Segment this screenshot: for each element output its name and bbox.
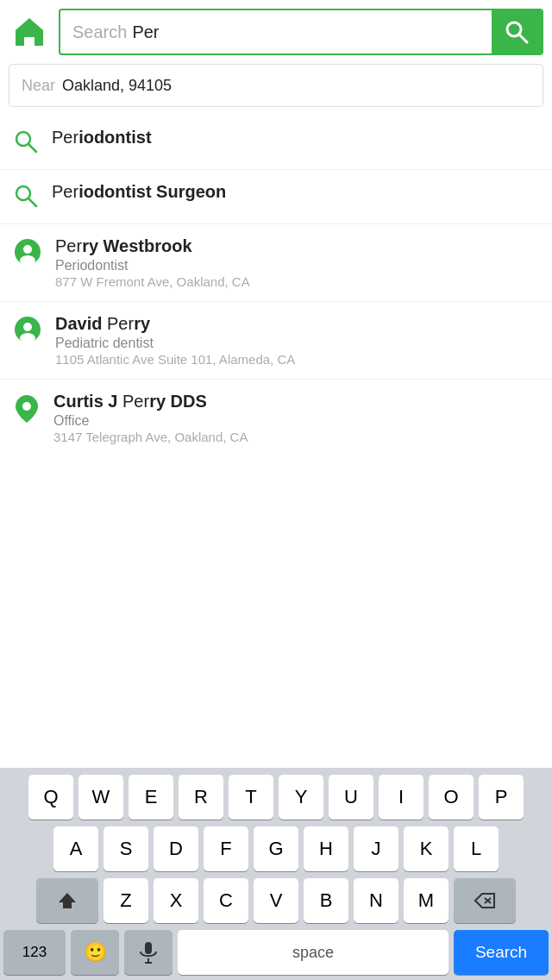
key-n[interactable]: N (354, 878, 398, 923)
search-query: Per (127, 22, 159, 42)
near-value: Oakland, 94105 (62, 77, 172, 95)
key-s[interactable]: S (104, 826, 148, 871)
near-bar[interactable]: Near Oakland, 94105 (9, 64, 543, 107)
microphone-key[interactable] (124, 930, 172, 975)
key-v[interactable]: V (254, 878, 298, 923)
suggestion-addr-westbrook: 877 W Fremont Ave, Oakland, CA (55, 274, 538, 289)
suggestions-list: Periodontist Periodontist Surgeon (0, 116, 552, 456)
key-p[interactable]: P (479, 775, 524, 820)
keyboard-row-1: Q W E R T Y U I O P (3, 775, 549, 820)
suggestion-text-westbrook: Perry Westbrook Periodontist 877 W Fremo… (55, 236, 538, 289)
home-icon (12, 15, 47, 49)
key-j[interactable]: J (354, 826, 398, 871)
svg-rect-17 (145, 942, 152, 954)
key-g[interactable]: G (254, 826, 298, 871)
search-suggestion-icon-2 (14, 184, 38, 211)
mic-icon (139, 941, 158, 964)
suggestion-item-perry-westbrook[interactable]: Perry Westbrook Periodontist 877 W Fremo… (0, 224, 552, 302)
svg-line-6 (28, 198, 36, 206)
key-f[interactable]: F (204, 826, 248, 871)
search-key[interactable]: Search (454, 930, 549, 975)
keyboard-bottom-row: 123 🙂 space Search (3, 930, 549, 975)
key-w[interactable]: W (78, 775, 123, 820)
suggestion-main-westbrook: Perry Westbrook (55, 236, 538, 256)
suggestion-main-text: Periodontist (52, 128, 538, 148)
svg-marker-14 (59, 893, 76, 908)
search-icon (505, 20, 529, 44)
suggestion-item-periodontist-surgeon[interactable]: Periodontist Surgeon (0, 170, 552, 224)
keyboard-row-2: A S D F G H J K L (3, 826, 549, 871)
key-a[interactable]: A (53, 826, 98, 871)
key-k[interactable]: K (404, 826, 448, 871)
svg-line-4 (28, 144, 36, 152)
suggestion-sub-westbrook: Periodontist (55, 258, 538, 273)
person-icon-westbrook (14, 238, 41, 269)
header: Search Per (0, 0, 552, 64)
key-o[interactable]: O (429, 775, 474, 820)
key-q[interactable]: Q (28, 775, 73, 820)
suggestion-item-david-perry[interactable]: David Perry Pediatric dentist 1105 Atlan… (0, 302, 552, 380)
key-m[interactable]: M (404, 878, 448, 923)
key-i[interactable]: I (379, 775, 423, 820)
svg-point-13 (22, 402, 31, 411)
search-bar[interactable]: Search Per (59, 9, 543, 55)
backspace-key[interactable] (454, 878, 516, 923)
near-label: Near (22, 77, 55, 95)
key-h[interactable]: H (304, 826, 348, 871)
key-u[interactable]: U (329, 775, 373, 820)
suggestion-main-david: David Perry (55, 314, 538, 334)
suggestion-text-2: Periodontist Surgeon (52, 182, 538, 202)
key-l[interactable]: L (454, 826, 499, 871)
svg-point-11 (23, 323, 32, 331)
suggestion-main-curtis: Curtis J Perry DDS (53, 392, 538, 411)
keyboard: Q W E R T Y U I O P A S D F G H J K L Z … (0, 768, 552, 980)
suggestion-text-david: David Perry Pediatric dentist 1105 Atlan… (55, 314, 538, 367)
pin-icon-curtis (14, 393, 40, 428)
numbers-key[interactable]: 123 (3, 930, 66, 975)
backspace-icon (474, 892, 496, 909)
shift-key[interactable] (36, 878, 98, 923)
person-icon-david (14, 316, 41, 347)
svg-marker-0 (16, 18, 43, 46)
key-x[interactable]: X (154, 878, 198, 923)
suggestion-sub-curtis: Office (53, 413, 538, 429)
svg-point-8 (23, 245, 32, 254)
key-e[interactable]: E (129, 775, 173, 820)
key-b[interactable]: B (304, 878, 348, 923)
search-suggestion-icon (14, 129, 38, 157)
space-key[interactable]: space (178, 930, 448, 975)
svg-line-2 (519, 35, 527, 42)
svg-point-12 (20, 333, 35, 343)
search-placeholder: Search (60, 22, 127, 42)
key-t[interactable]: T (229, 775, 273, 820)
suggestion-text: Periodontist (52, 128, 538, 148)
key-y[interactable]: Y (279, 775, 323, 820)
shift-icon (57, 890, 78, 911)
suggestion-addr-david: 1105 Atlantic Ave Suite 101, Alameda, CA (55, 352, 538, 367)
suggestion-item-periodontist[interactable]: Periodontist (0, 116, 552, 170)
keyboard-row-3: Z X C V B N M (3, 878, 549, 923)
emoji-key[interactable]: 🙂 (71, 930, 119, 975)
key-r[interactable]: R (179, 775, 223, 820)
key-c[interactable]: C (204, 878, 248, 923)
suggestion-sub-david: Pediatric dentist (55, 336, 538, 351)
suggestion-item-curtis-perry[interactable]: Curtis J Perry DDS Office 3147 Telegraph… (0, 380, 552, 456)
search-submit-button[interactable] (492, 9, 542, 55)
suggestion-text-curtis: Curtis J Perry DDS Office 3147 Telegraph… (53, 392, 538, 444)
key-d[interactable]: D (154, 826, 198, 871)
home-button[interactable] (9, 11, 50, 53)
key-z[interactable]: Z (104, 878, 148, 923)
svg-point-9 (20, 255, 35, 266)
suggestion-addr-curtis: 3147 Telegraph Ave, Oakland, CA (53, 430, 538, 444)
suggestion-main-text-2: Periodontist Surgeon (52, 182, 538, 202)
